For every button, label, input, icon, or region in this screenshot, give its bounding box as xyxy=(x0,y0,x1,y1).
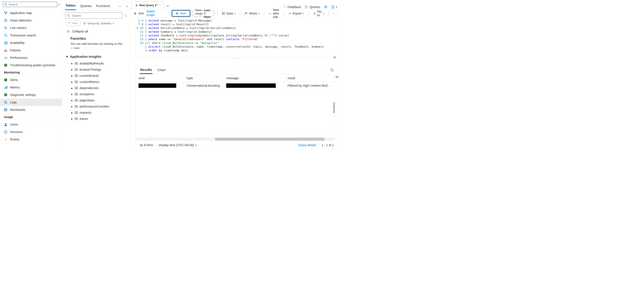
schema-more-icon[interactable]: ··· xyxy=(118,5,121,8)
sidebar-item-sessions[interactable]: Sessions xyxy=(0,128,62,136)
sidebar-item-smart-detection[interactable]: Smart detection xyxy=(0,17,62,24)
table-customMetrics[interactable]: ▸customMetrics xyxy=(66,79,127,85)
share-icon xyxy=(244,12,248,15)
caret-down-icon: ▾ xyxy=(66,55,68,59)
sidebar-item-failures[interactable]: Failures xyxy=(0,47,62,54)
groupby-icon xyxy=(83,22,86,25)
table-pageViews[interactable]: ▸pageViews xyxy=(66,97,127,103)
export-button[interactable]: Export ▾ xyxy=(287,12,305,15)
svg-rect-84 xyxy=(337,76,337,78)
collapse-schema-icon[interactable]: « xyxy=(126,5,128,8)
sidebar-item-workbooks[interactable]: Workbooks xyxy=(0,106,62,113)
table-exceptions[interactable]: ▸exceptions xyxy=(66,91,127,97)
pin-button[interactable]: Pin to ▾ xyxy=(312,10,325,17)
caret-right-icon: ▸ xyxy=(71,86,73,90)
sidebar-item-label: Sessions xyxy=(10,130,22,134)
collapse-sidebar-icon[interactable]: « xyxy=(58,3,60,6)
time-range-button[interactable]: Time range : Last 7 days xyxy=(192,10,214,17)
groupby-button[interactable]: Group by: Solution ▾ xyxy=(83,22,114,25)
table-label: customEvents xyxy=(80,74,99,78)
results-tab-chart[interactable]: Chart xyxy=(157,66,166,74)
col-message[interactable]: message xyxy=(223,74,284,82)
sidebar-item-metrics[interactable]: Metrics xyxy=(0,84,62,91)
drag-handle-icon[interactable]: ⋮ xyxy=(128,75,130,78)
sidebar-search-input[interactable] xyxy=(8,3,56,6)
query-tab-title: New Query 1* xyxy=(139,4,158,7)
svg-point-24 xyxy=(5,123,6,124)
table-requests[interactable]: ▸requests xyxy=(66,110,127,116)
queries-button[interactable]: Queries xyxy=(305,5,320,9)
run-label: Run xyxy=(180,12,186,15)
sidebar-item-live-metrics[interactable]: Live metrics xyxy=(0,24,62,32)
share-button[interactable]: Share ▾ xyxy=(243,12,260,15)
sidebar-item-troubleshooting-guides-preview-[interactable]: Troubleshooting guides (preview) xyxy=(0,62,62,69)
sidebar-section-header: Monitoring xyxy=(0,69,62,75)
status-bar: 0s 874ms Display time (UTC+00:00) ▾ Quer… xyxy=(136,141,338,149)
results-grid[interactable]: onId topic message result Conversational… xyxy=(136,74,334,141)
svg-point-27 xyxy=(68,15,70,17)
queries-label: Queries xyxy=(310,5,320,9)
col-result[interactable]: result xyxy=(284,74,334,82)
sidebar-item-label: Transaction search xyxy=(10,34,36,37)
sidebar-item-logs[interactable]: Logs xyxy=(0,99,62,106)
col-onid[interactable]: onId xyxy=(136,74,184,82)
schema-tree: Collapse all Favorites You can add favor… xyxy=(62,28,130,149)
sidebar-item-users[interactable]: Users xyxy=(0,121,62,128)
sidebar-item-events[interactable]: ⚡Events xyxy=(0,136,62,143)
search-results-icon[interactable] xyxy=(330,68,334,72)
query-editor[interactable]: 5 6 7 8 9 10 11 12 13 14 | extend messag… xyxy=(135,18,338,57)
sidebar-item-availability[interactable]: 🌐Availability xyxy=(0,39,62,47)
table-customEvents[interactable]: ▸customEvents xyxy=(66,73,127,79)
query-tab[interactable]: ◑ New Query 1* × xyxy=(132,1,164,9)
results-panel: ResultsChart onId topic message xyxy=(135,65,338,149)
horizontal-scrollbar[interactable] xyxy=(136,138,334,141)
table-label: exceptions xyxy=(80,92,94,96)
save-button[interactable]: Save ▾ xyxy=(220,12,237,15)
table-dependencies[interactable]: ▸dependencies xyxy=(66,85,127,91)
new-alert-button[interactable]: ＋ New alert rule xyxy=(267,8,281,19)
schema-search[interactable] xyxy=(65,13,123,19)
table-traces[interactable]: ▸traces xyxy=(66,116,127,122)
select-scope-link[interactable]: Select scope xyxy=(146,10,163,17)
table-performanceCounters[interactable]: ▸performanceCounters xyxy=(66,103,127,110)
close-icon[interactable]: × xyxy=(159,4,161,7)
table-icon xyxy=(75,62,78,65)
pin-icon xyxy=(313,12,316,15)
collapse-all-button[interactable]: Collapse all xyxy=(66,28,127,36)
sidebar-item-diagnostic-settings[interactable]: Diagnostic settings xyxy=(0,91,62,99)
display-time-button[interactable]: Display time (UTC+00:00) ▾ xyxy=(159,143,196,147)
results-tab-results[interactable]: Results xyxy=(140,66,152,74)
table-browserTimings[interactable]: ▸browserTimings xyxy=(66,67,127,73)
col-topic[interactable]: topic xyxy=(184,74,223,82)
add-tab-button[interactable]: + xyxy=(164,3,171,9)
filter-button[interactable]: Filter xyxy=(65,21,81,26)
scope-name: pva xyxy=(139,12,144,15)
sidebar-item-transaction-search[interactable]: Transaction search xyxy=(0,32,62,39)
chevron-up-collapse-icon[interactable] xyxy=(333,56,336,59)
sidebar-item-performance[interactable]: Performance xyxy=(0,54,62,62)
schema-search-more-icon[interactable]: ⋮ xyxy=(124,14,128,17)
export-icon xyxy=(288,12,291,15)
gear-icon[interactable]: ⚙ xyxy=(324,5,327,9)
editor-code[interactable]: | extend message = tostring(cd.Message) … xyxy=(145,18,338,57)
sidebar-item-application-map[interactable]: Application map xyxy=(0,9,62,17)
schema-tab-queries[interactable]: Queries xyxy=(80,3,92,10)
grid-row[interactable]: Conversational boosting Filtered by High… xyxy=(136,82,334,89)
feedback-button[interactable]: ♡ Feedback xyxy=(283,5,301,9)
columns-toggle[interactable]: Columns xyxy=(334,74,338,141)
table-availabilityResults[interactable]: ▸availabilityResults xyxy=(66,60,127,67)
run-button[interactable]: Run xyxy=(172,10,190,17)
schema-tab-tables[interactable]: Tables xyxy=(65,2,76,10)
svg-rect-59 xyxy=(75,99,78,102)
toolbar-more-icon[interactable]: ··· xyxy=(332,11,338,16)
tree-group-app-insights[interactable]: ▾ Application Insights xyxy=(66,54,127,60)
schema-tab-functions[interactable]: Functions xyxy=(96,3,111,10)
sidebar-item-alerts[interactable]: Alerts xyxy=(0,76,62,84)
sidebar-item-label: Performance xyxy=(10,56,28,60)
schema-search-input[interactable] xyxy=(72,14,121,17)
sidebar-search[interactable] xyxy=(3,2,57,7)
resize-handle[interactable]: • • • xyxy=(130,57,341,60)
reader-button[interactable]: ▾ xyxy=(331,5,337,9)
query-details-link[interactable]: Query details xyxy=(298,143,316,147)
svg-rect-74 xyxy=(75,118,78,120)
